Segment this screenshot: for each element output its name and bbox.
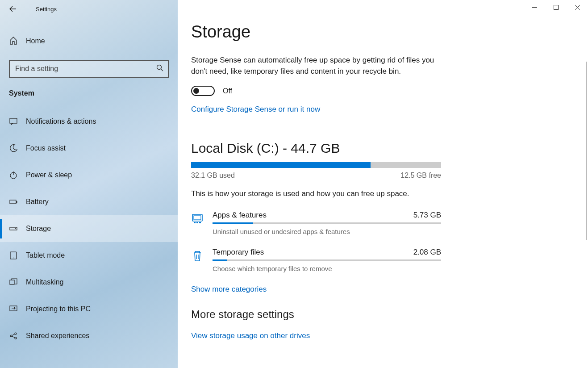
category-bar [213, 222, 441, 224]
svg-point-12 [15, 228, 16, 229]
nav-label: Focus assist [26, 144, 66, 152]
storage-category-temp[interactable]: Temporary files 2.08 GB Choose which tem… [191, 248, 441, 272]
storage-category-apps[interactable]: Apps & features 5.73 GB Uninstall unused… [191, 211, 441, 235]
project-icon [9, 305, 18, 314]
minimize-button[interactable] [524, 0, 545, 14]
svg-rect-26 [199, 222, 201, 223]
disk-usage-bar-fill [191, 162, 371, 168]
close-button[interactable] [567, 0, 588, 14]
svg-line-21 [12, 336, 15, 338]
toggle-state-label: Off [223, 87, 232, 95]
sidebar-item-power[interactable]: Power & sleep [0, 162, 178, 188]
svg-point-14 [13, 258, 14, 259]
multitask-icon [9, 278, 18, 287]
nav-label: Multitasking [26, 278, 63, 286]
category-bar [213, 259, 441, 261]
sidebar-item-notifications[interactable]: Notifications & actions [0, 108, 178, 135]
usage-description: This is how your storage is used and how… [191, 189, 575, 198]
disk-usage-bar [191, 162, 441, 168]
maximize-icon [554, 5, 559, 10]
svg-rect-23 [194, 216, 201, 220]
svg-line-20 [12, 334, 15, 335]
svg-rect-25 [196, 222, 198, 223]
toggle-knob [193, 88, 199, 94]
sidebar: Settings Home System Notifications & act… [0, 0, 178, 368]
main-content: Storage Storage Sense can automatically … [178, 0, 588, 368]
svg-rect-1 [554, 5, 558, 9]
svg-point-18 [15, 333, 17, 335]
svg-rect-24 [194, 222, 196, 223]
category-title: Apps & features [213, 211, 267, 220]
tablet-icon [9, 251, 18, 260]
sidebar-home[interactable]: Home [0, 29, 178, 53]
nav-label: Shared experiences [26, 332, 89, 340]
sidebar-item-storage[interactable]: Storage [0, 215, 178, 242]
category-hint: Choose which temporary files to remove [213, 265, 441, 272]
sidebar-item-projecting[interactable]: Projecting to this PC [0, 296, 178, 322]
power-icon [9, 171, 18, 180]
nav-label: Power & sleep [26, 171, 72, 179]
svg-rect-15 [10, 280, 14, 284]
trash-icon [191, 248, 213, 272]
view-other-drives-link[interactable]: View storage usage on other drives [191, 331, 310, 340]
drive-icon [9, 224, 18, 233]
nav-label: Projecting to this PC [26, 305, 91, 313]
sidebar-category-label: System [9, 89, 169, 97]
sidebar-item-tablet[interactable]: Tablet mode [0, 242, 178, 269]
maximize-button[interactable] [545, 0, 567, 14]
svg-point-19 [15, 337, 17, 339]
svg-rect-10 [17, 201, 17, 203]
home-icon [9, 36, 18, 46]
battery-icon [9, 197, 18, 206]
svg-rect-6 [10, 118, 17, 123]
sidebar-item-battery[interactable]: Battery [0, 188, 178, 215]
sidebar-nav: Notifications & actions Focus assist Pow… [0, 108, 178, 349]
close-icon [575, 5, 580, 10]
disk-title: Local Disk (C:) - 44.7 GB [191, 141, 575, 156]
disk-used-label: 32.1 GB used [191, 171, 235, 180]
sidebar-item-focus[interactable]: Focus assist [0, 135, 178, 162]
svg-point-17 [10, 335, 12, 337]
more-storage-settings-title: More storage settings [191, 308, 575, 321]
storage-sense-toggle-row: Off [191, 86, 575, 96]
sidebar-item-shared[interactable]: Shared experiences [0, 322, 178, 349]
apps-icon [191, 211, 213, 235]
category-bar-fill [213, 259, 227, 261]
nav-label: Battery [26, 198, 49, 206]
disk-stats: 32.1 GB used 12.5 GB free [191, 171, 441, 180]
category-bar-fill [213, 222, 253, 224]
window-titlebar [0, 0, 588, 18]
svg-rect-9 [10, 200, 16, 204]
storage-sense-description: Storage Sense can automatically free up … [191, 55, 441, 77]
category-hint: Uninstall unused or undesired apps & fea… [213, 228, 441, 235]
search-wrap [9, 60, 169, 78]
message-icon [9, 117, 18, 126]
disk-free-label: 12.5 GB free [400, 171, 441, 180]
storage-sense-toggle[interactable] [191, 86, 215, 96]
moon-icon [9, 144, 18, 153]
category-size: 2.08 GB [413, 248, 441, 257]
category-size: 5.73 GB [413, 211, 441, 220]
nav-label: Storage [26, 225, 51, 233]
configure-storage-sense-link[interactable]: Configure Storage Sense or run it now [191, 105, 320, 114]
search-input[interactable] [9, 60, 169, 78]
scrollbar[interactable] [586, 62, 587, 240]
share-icon [9, 331, 18, 340]
nav-label: Tablet mode [26, 251, 65, 259]
home-label: Home [26, 37, 45, 45]
sidebar-item-multitasking[interactable]: Multitasking [0, 269, 178, 296]
nav-label: Notifications & actions [26, 117, 96, 125]
show-more-categories-link[interactable]: Show more categories [191, 285, 267, 294]
minimize-icon [532, 5, 537, 10]
category-title: Temporary files [213, 248, 264, 257]
page-title: Storage [191, 22, 575, 42]
